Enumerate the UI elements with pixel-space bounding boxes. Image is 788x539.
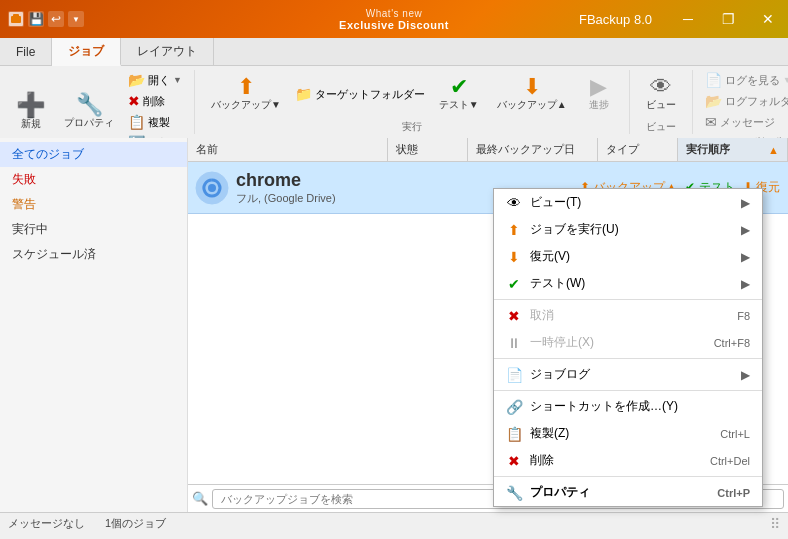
svg-rect-2 bbox=[13, 14, 19, 17]
ctx-shortcut-icon: 🔗 bbox=[506, 399, 522, 415]
svg-rect-1 bbox=[11, 16, 21, 23]
ctx-view[interactable]: 👁 ビュー(T) ▶ bbox=[494, 189, 762, 216]
save-title-icon[interactable]: 💾 bbox=[28, 11, 44, 27]
status-message: メッセージなし bbox=[8, 516, 85, 531]
ctx-properties[interactable]: 🔧 プロパティ Ctrl+P bbox=[494, 479, 762, 506]
ctx-view-icon: 👁 bbox=[506, 195, 522, 211]
test-button[interactable]: ✔ テスト▼ bbox=[431, 72, 487, 116]
sidebar-item-scheduled[interactable]: スケジュール済 bbox=[0, 242, 187, 267]
app-icon bbox=[8, 11, 24, 27]
open-button[interactable]: 📂 開く ▼ bbox=[124, 70, 186, 90]
copy-icon: 📋 bbox=[128, 114, 145, 130]
backup2-icon: ⬇ bbox=[523, 76, 541, 98]
copy-button[interactable]: 📋 複製 bbox=[124, 112, 186, 132]
ctx-run-arrow: ▶ bbox=[741, 223, 750, 237]
delete-icon: ✖ bbox=[128, 93, 140, 109]
ctx-restore[interactable]: ⬇ 復元(V) ▶ bbox=[494, 243, 762, 270]
minimize-button[interactable]: ─ bbox=[668, 0, 708, 38]
ctx-test-icon: ✔ bbox=[506, 276, 522, 292]
app-name-title: FBackup 8.0 bbox=[579, 12, 652, 27]
ctx-cancel-icon: ✖ bbox=[506, 308, 522, 324]
ctx-pause[interactable]: ⏸ 一時停止(X) Ctrl+F8 bbox=[494, 329, 762, 356]
view-button[interactable]: 👁 ビュー bbox=[638, 72, 684, 116]
restore-button[interactable]: ❐ bbox=[708, 0, 748, 38]
target-folder-button[interactable]: 📁 ターゲットフォルダー bbox=[291, 84, 429, 104]
col-name: 名前 bbox=[188, 138, 388, 161]
open-icon: 📂 bbox=[128, 72, 145, 88]
ctx-run[interactable]: ⬆ ジョブを実行(U) ▶ bbox=[494, 216, 762, 243]
context-menu: 👁 ビュー(T) ▶ ⬆ ジョブを実行(U) ▶ ⬇ 復元(V) ▶ ✔ テスト… bbox=[493, 188, 763, 507]
view-label: ビュー bbox=[646, 118, 676, 134]
search-icon: 🔍 bbox=[192, 491, 208, 506]
ctx-joblog-icon: 📄 bbox=[506, 367, 522, 383]
col-order[interactable]: 実行順序 ▲ bbox=[678, 138, 788, 161]
ribbon-content: ➕ 新規 🔧 プロパティ 📂 開く ▼ ✖ 削除 📋 複製 bbox=[0, 66, 788, 138]
sidebar-item-warning[interactable]: 警告 bbox=[0, 192, 187, 217]
sidebar: 全てのジョブ 失敗 警告 実行中 スケジュール済 bbox=[0, 138, 188, 512]
ctx-test-arrow: ▶ bbox=[741, 277, 750, 291]
tab-job[interactable]: ジョブ bbox=[52, 38, 121, 66]
ctx-run-icon: ⬆ bbox=[506, 222, 522, 238]
ctx-cancel[interactable]: ✖ 取消 F8 bbox=[494, 302, 762, 329]
ribbon-group-execute: ⬆ バックアップ▼ 📁 ターゲットフォルダー ✔ テスト▼ ⬇ バックアップ▲ … bbox=[195, 70, 630, 134]
ctx-view-arrow: ▶ bbox=[741, 196, 750, 210]
job-icon bbox=[188, 170, 236, 206]
log-view-icon: 📄 bbox=[705, 72, 722, 88]
tab-file[interactable]: File bbox=[0, 38, 52, 65]
ctx-sep-3 bbox=[494, 390, 762, 391]
ctx-properties-icon: 🔧 bbox=[506, 485, 522, 501]
dropdown-title-icon[interactable]: ▼ bbox=[68, 11, 84, 27]
backup-button[interactable]: ⬆ バックアップ▼ bbox=[203, 72, 289, 116]
col-date: 最終バックアップ日 bbox=[468, 138, 598, 161]
log-view-button[interactable]: 📄 ログを見る ▼ bbox=[701, 70, 788, 90]
ctx-test[interactable]: ✔ テスト(W) ▶ bbox=[494, 270, 762, 297]
ctx-shortcut[interactable]: 🔗 ショートカットを作成…(Y) bbox=[494, 393, 762, 420]
sidebar-item-all[interactable]: 全てのジョブ bbox=[0, 142, 187, 167]
progress-icon: ▶ bbox=[590, 76, 607, 98]
ctx-restore-arrow: ▶ bbox=[741, 250, 750, 264]
new-button[interactable]: ➕ 新規 bbox=[8, 89, 54, 135]
status-bar: メッセージなし 1個のジョブ ⠿ bbox=[0, 512, 788, 534]
col-status: 状態 bbox=[388, 138, 468, 161]
ctx-delete[interactable]: ✖ 削除 Ctrl+Del bbox=[494, 447, 762, 474]
backup-icon: ⬆ bbox=[237, 76, 255, 98]
ribbon-group-tools: 📄 ログを見る ▼ 📂 ログフォルダーを開く ✉ メッセージ ツール bbox=[693, 70, 788, 134]
log-folder-button[interactable]: 📂 ログフォルダーを開く bbox=[701, 91, 788, 111]
svg-point-4 bbox=[208, 184, 216, 192]
ribbon-group-management: ➕ 新規 🔧 プロパティ 📂 開く ▼ ✖ 削除 📋 複製 bbox=[0, 70, 195, 134]
ctx-sep-4 bbox=[494, 476, 762, 477]
sidebar-item-running[interactable]: 実行中 bbox=[0, 217, 187, 242]
ribbon-group-view: 👁 ビュー ビュー bbox=[630, 70, 693, 134]
ctx-joblog[interactable]: 📄 ジョブログ ▶ bbox=[494, 361, 762, 388]
job-count: 1個のジョブ bbox=[105, 516, 166, 531]
ctx-sep-2 bbox=[494, 358, 762, 359]
view-icon: 👁 bbox=[650, 76, 672, 98]
tab-layout[interactable]: レイアウト bbox=[121, 38, 214, 65]
title-bar: 💾 ↩ ▼ What's new Exclusive Discount FBac… bbox=[0, 0, 788, 38]
ctx-pause-icon: ⏸ bbox=[506, 335, 522, 351]
close-button[interactable]: ✕ bbox=[748, 0, 788, 38]
ctx-joblog-arrow: ▶ bbox=[741, 368, 750, 382]
message-icon: ✉ bbox=[705, 114, 717, 130]
delete-button[interactable]: ✖ 削除 bbox=[124, 91, 186, 111]
message-button[interactable]: ✉ メッセージ bbox=[701, 112, 779, 132]
progress-button[interactable]: ▶ 進捗 bbox=[577, 72, 621, 116]
ctx-delete-icon: ✖ bbox=[506, 453, 522, 469]
ctx-sep-1 bbox=[494, 299, 762, 300]
main-area: 全てのジョブ 失敗 警告 実行中 スケジュール済 名前 状態 最終バックアップ日… bbox=[0, 138, 788, 512]
log-folder-icon: 📂 bbox=[705, 93, 722, 109]
new-icon: ➕ bbox=[16, 93, 46, 117]
undo-title-icon[interactable]: ↩ bbox=[48, 11, 64, 27]
ctx-copy2-icon: 📋 bbox=[506, 426, 522, 442]
backup2-button[interactable]: ⬇ バックアップ▲ bbox=[489, 72, 575, 116]
ctx-copy2[interactable]: 📋 複製(Z) Ctrl+L bbox=[494, 420, 762, 447]
sidebar-item-failed[interactable]: 失敗 bbox=[0, 167, 187, 192]
resize-grip: ⠿ bbox=[770, 516, 780, 532]
properties-icon: 🔧 bbox=[76, 94, 103, 116]
properties-button[interactable]: 🔧 プロパティ bbox=[56, 90, 122, 134]
target-icon: 📁 bbox=[295, 86, 312, 102]
app-title: What's new Exclusive Discount bbox=[339, 8, 449, 31]
test-icon: ✔ bbox=[450, 76, 468, 98]
col-type: タイプ bbox=[598, 138, 678, 161]
execute-label: 実行 bbox=[402, 118, 422, 134]
